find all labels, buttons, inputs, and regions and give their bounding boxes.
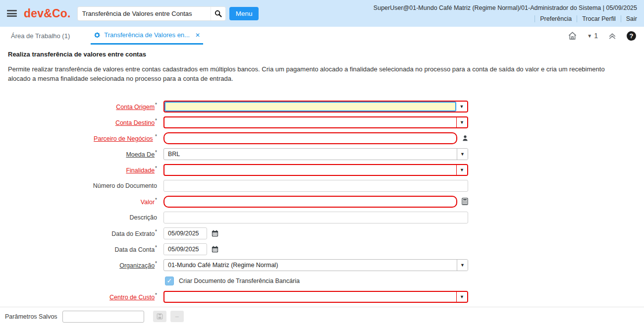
- dialog-actions: ✓OK ✕Cancelar: [0, 326, 644, 334]
- tab-workspace[interactable]: Área de Trabalho (1): [8, 27, 73, 45]
- conta-origem-input[interactable]: [164, 102, 456, 111]
- window-count: 1: [594, 32, 598, 40]
- conta-destino-label[interactable]: Conta Destino: [115, 119, 155, 126]
- required-marker: *: [155, 150, 157, 155]
- field-row-centro-custo: Centro de Custo* ▼: [8, 291, 636, 303]
- valor-input[interactable]: [163, 196, 457, 208]
- centro-custo-input[interactable]: [164, 292, 456, 302]
- organizacao-dropdown-button[interactable]: ▼: [457, 260, 468, 271]
- help-icon[interactable]: ?: [627, 31, 636, 41]
- process-title: Realiza transferência de valores entre c…: [8, 51, 636, 58]
- moeda-de-combobox: ▼: [163, 148, 468, 160]
- process-form: Conta Origem* ▼ Conta Destino* ▼ Parceir…: [8, 101, 636, 303]
- gear-icon: [94, 32, 101, 39]
- change-role-link[interactable]: Trocar Perfil: [577, 14, 621, 24]
- valor-label: Valor: [141, 199, 155, 206]
- caret-down-icon: ▼: [460, 167, 464, 172]
- required-marker: *: [155, 118, 157, 123]
- required-marker: *: [155, 245, 157, 250]
- field-row-criar-documento: ✓ Criar Documento de Transferência Bancá…: [8, 275, 636, 287]
- finalidade-dropdown-button[interactable]: ▼: [456, 165, 467, 175]
- delete-params-button[interactable]: −: [170, 311, 184, 322]
- criar-documento-label: Criar Documento de Transferência Bancári…: [179, 278, 300, 284]
- field-row-finalidade: Finalidade* ▼: [8, 164, 636, 176]
- preference-link[interactable]: Preferência: [535, 14, 577, 24]
- field-row-data-extrato: Data do Extrato*: [8, 227, 636, 239]
- search-icon: [215, 10, 222, 17]
- centro-custo-dropdown-button[interactable]: ▼: [456, 292, 467, 302]
- conta-origem-label[interactable]: Conta Origem: [116, 104, 155, 111]
- parceiro-negocios-label[interactable]: Parceiro de Negócios: [94, 135, 153, 142]
- organizacao-label[interactable]: Organização: [119, 262, 155, 269]
- data-extrato-input[interactable]: [163, 227, 207, 239]
- required-marker: *: [155, 292, 157, 298]
- moeda-de-input[interactable]: [164, 149, 457, 160]
- field-row-data-conta: Data da Conta*: [8, 243, 636, 255]
- saved-params-combobox: ▼: [62, 311, 144, 323]
- user-links: Preferência Trocar Perfil Sair: [374, 14, 637, 24]
- brand-logo: dev&Co.: [24, 7, 71, 20]
- search-button[interactable]: [211, 7, 225, 20]
- app-window: dev&Co. Menu SuperUser@01-Mundo Café Mat…: [0, 0, 644, 334]
- data-conta-label: Data da Conta: [114, 246, 155, 253]
- required-marker: *: [155, 134, 157, 139]
- minus-icon: −: [175, 313, 179, 321]
- calculator-icon[interactable]: [462, 198, 468, 205]
- tab-transfer-process[interactable]: Transferência de Valores en... ✕: [91, 27, 203, 45]
- criar-documento-checkbox[interactable]: ✓: [165, 277, 174, 285]
- save-params-button[interactable]: [153, 311, 166, 322]
- finalidade-input[interactable]: [164, 165, 456, 175]
- chevron-down-icon: ▼: [587, 33, 592, 39]
- required-marker: *: [155, 261, 157, 266]
- conta-origem-dropdown-button[interactable]: ▼: [456, 102, 467, 111]
- logout-link[interactable]: Sair: [621, 14, 637, 24]
- data-conta-input[interactable]: [163, 243, 207, 255]
- field-row-parceiro-negocios: Parceiro de Negócios *: [8, 132, 636, 144]
- numero-documento-input[interactable]: [163, 180, 468, 192]
- centro-custo-combobox: ▼: [163, 291, 468, 303]
- business-partner-icon[interactable]: [462, 135, 469, 142]
- finalidade-combobox: ▼: [163, 164, 468, 176]
- caret-down-icon: ▼: [460, 120, 464, 125]
- parceiro-negocios-input[interactable]: [163, 132, 457, 144]
- organizacao-combobox: ▼: [163, 259, 468, 271]
- calendar-icon[interactable]: [212, 230, 218, 237]
- caret-down-icon: ▼: [460, 263, 465, 268]
- menu-button[interactable]: Menu: [229, 7, 259, 20]
- field-row-descricao: Descrição: [8, 212, 636, 223]
- user-area: SuperUser@01-Mundo Café Matriz (Regime N…: [374, 3, 637, 24]
- centro-custo-label[interactable]: Centro de Custo: [109, 294, 155, 301]
- calendar-icon[interactable]: [212, 246, 218, 253]
- saved-params-input[interactable]: [63, 311, 144, 322]
- data-extrato-label: Data do Extrato: [111, 230, 155, 237]
- field-row-moeda-de: Moeda De* ▼: [8, 148, 636, 160]
- caret-down-icon: ▼: [460, 294, 464, 299]
- conta-destino-dropdown-button[interactable]: ▼: [456, 117, 467, 127]
- caret-down-icon: ▼: [460, 152, 465, 157]
- field-row-valor: Valor*: [8, 196, 636, 208]
- conta-destino-input[interactable]: [164, 117, 456, 127]
- descricao-input[interactable]: [163, 212, 468, 223]
- global-search: [78, 7, 225, 20]
- field-row-numero-documento: Número do Documento: [8, 180, 636, 192]
- moeda-de-dropdown-button[interactable]: ▼: [457, 149, 468, 160]
- moeda-de-label[interactable]: Moeda De: [126, 151, 155, 158]
- hamburger-menu-icon[interactable]: [7, 10, 17, 17]
- tab-label: Transferência de Valores en...: [104, 31, 190, 39]
- tab-bar: Área de Trabalho (1) Transferência de Va…: [0, 27, 644, 45]
- required-marker: *: [155, 229, 157, 234]
- required-marker: *: [155, 197, 157, 203]
- conta-origem-combobox: ▼: [163, 101, 468, 112]
- finalidade-label[interactable]: Finalidade: [126, 167, 155, 174]
- search-input[interactable]: [78, 7, 211, 20]
- field-row-conta-destino: Conta Destino* ▼: [8, 116, 636, 128]
- process-description: Permite realizar transferência de valore…: [8, 65, 625, 84]
- conta-destino-combobox: ▼: [163, 116, 468, 128]
- collapse-all-icon[interactable]: [608, 31, 617, 40]
- top-header: dev&Co. Menu SuperUser@01-Mundo Café Mat…: [0, 0, 644, 27]
- home-icon[interactable]: [568, 31, 577, 41]
- organizacao-input[interactable]: [164, 260, 457, 271]
- window-selector[interactable]: ▼ 1: [587, 32, 598, 40]
- close-tab-icon[interactable]: ✕: [195, 32, 200, 39]
- saved-params-row: Parâmetros Salvos ▼ −: [0, 307, 644, 326]
